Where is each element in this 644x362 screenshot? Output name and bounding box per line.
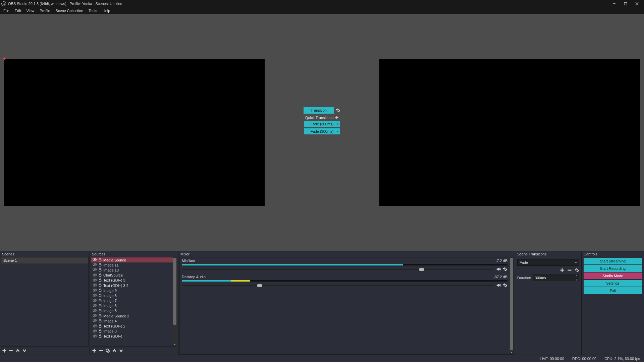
mute-speaker-icon[interactable] — [496, 267, 501, 272]
scene-row[interactable]: Scene 1 — [1, 257, 88, 264]
lock-icon[interactable] — [98, 273, 102, 278]
lock-icon[interactable] — [98, 319, 102, 323]
add-scene-icon[interactable] — [2, 348, 7, 353]
source-row[interactable]: Text (GDI+) 3 — [91, 278, 173, 283]
control-button-start-recording[interactable]: Start Recording — [584, 265, 642, 272]
mute-speaker-icon[interactable] — [496, 283, 501, 288]
edit-canvas[interactable] — [4, 59, 265, 205]
sources-list[interactable]: Media SourceImage 11Image 10ChatSourceTe… — [91, 257, 173, 346]
lock-icon[interactable] — [98, 268, 102, 272]
lock-icon[interactable] — [98, 278, 102, 283]
visibility-eye-icon[interactable] — [93, 329, 97, 334]
source-row[interactable]: Image 4 — [91, 318, 173, 323]
lock-icon[interactable] — [98, 309, 102, 313]
source-row[interactable]: Image 7 — [91, 298, 173, 303]
menu-scene-collection[interactable]: Scene Collection — [53, 8, 86, 13]
control-button-exit[interactable]: Exit — [584, 287, 642, 294]
lock-icon[interactable] — [98, 304, 102, 308]
source-row[interactable]: Text (GDI+) 3 2 — [91, 283, 173, 288]
lock-icon[interactable] — [98, 324, 102, 328]
visibility-eye-icon[interactable] — [93, 318, 97, 323]
source-row[interactable]: Image 8 — [91, 293, 173, 298]
move-source-down-icon[interactable] — [119, 348, 123, 353]
lock-icon[interactable] — [98, 329, 102, 334]
volume-slider[interactable] — [182, 267, 493, 272]
menu-file[interactable]: File — [1, 8, 12, 13]
window-minimize-button[interactable] — [608, 0, 620, 7]
remove-transition-icon[interactable] — [567, 268, 572, 273]
lock-icon[interactable] — [98, 314, 102, 318]
menu-edit[interactable]: Edit — [12, 8, 24, 13]
visibility-eye-icon[interactable] — [93, 324, 97, 329]
move-scene-down-icon[interactable] — [22, 348, 27, 353]
volume-slider[interactable] — [182, 284, 493, 288]
duration-spinbox[interactable]: 300ms — [533, 275, 579, 281]
transition-button[interactable]: Transition — [304, 107, 334, 114]
visibility-eye-icon[interactable] — [93, 262, 97, 267]
lock-icon[interactable] — [98, 299, 102, 303]
visibility-eye-icon[interactable] — [93, 283, 97, 288]
source-row[interactable]: Image 10 — [91, 267, 173, 273]
control-button-settings[interactable]: Settings — [584, 280, 642, 287]
move-source-up-icon[interactable] — [112, 348, 117, 353]
lock-icon[interactable] — [98, 263, 102, 267]
channel-settings-gear-icon[interactable] — [503, 267, 507, 272]
visibility-eye-icon[interactable] — [93, 257, 97, 262]
source-row[interactable]: Media Source 2 — [91, 313, 173, 318]
remove-scene-icon[interactable] — [9, 348, 13, 353]
quick-transition-2[interactable]: Fade (300ms) — [304, 128, 340, 134]
visibility-eye-icon[interactable] — [93, 293, 97, 298]
menu-profile[interactable]: Profile — [37, 8, 53, 13]
svg-rect-28 — [99, 290, 101, 292]
remove-source-icon[interactable] — [99, 348, 103, 353]
transition-type-dropdown[interactable]: Fade — [517, 259, 579, 266]
mixer-channel: Mic/Aux-7.2 dB — [182, 259, 507, 272]
source-row[interactable]: Image 6 — [91, 303, 173, 308]
visibility-eye-icon[interactable] — [93, 334, 97, 339]
window-close-button[interactable] — [631, 0, 643, 7]
control-button-start-streaming[interactable]: Start Streaming — [584, 258, 642, 264]
add-source-icon[interactable] — [92, 348, 97, 353]
visibility-eye-icon[interactable] — [93, 267, 97, 273]
channel-settings-gear-icon[interactable] — [503, 283, 507, 288]
source-row[interactable]: Image 3 — [91, 329, 173, 334]
lock-icon[interactable] — [98, 258, 102, 262]
source-row[interactable]: Image 5 — [91, 308, 173, 313]
svg-rect-19 — [99, 275, 101, 277]
lock-icon[interactable] — [98, 288, 102, 293]
source-label: Image 9 — [103, 289, 117, 293]
visibility-eye-icon[interactable] — [93, 298, 97, 303]
visibility-eye-icon[interactable] — [93, 308, 97, 313]
lock-icon[interactable] — [98, 334, 102, 339]
source-row[interactable]: Image 9 — [91, 288, 173, 293]
source-row[interactable]: Image 11 — [91, 262, 173, 267]
visibility-eye-icon[interactable] — [93, 278, 97, 283]
menu-tools[interactable]: Tools — [86, 8, 100, 13]
transition-settings-icon[interactable] — [575, 268, 579, 273]
menu-help[interactable]: Help — [100, 8, 113, 13]
add-transition-icon[interactable] — [560, 268, 565, 273]
lock-icon[interactable] — [98, 293, 102, 298]
visibility-eye-icon[interactable] — [93, 288, 97, 293]
menu-view[interactable]: View — [24, 8, 37, 13]
transition-settings-gear-icon[interactable] — [336, 108, 340, 113]
control-button-studio-mode[interactable]: Studio Mode — [584, 273, 642, 279]
visibility-eye-icon[interactable] — [93, 303, 97, 308]
lock-icon[interactable] — [98, 283, 102, 288]
source-row[interactable]: Media Source — [91, 257, 173, 262]
source-row[interactable]: ChatSource — [91, 273, 173, 278]
window-maximize-button[interactable] — [620, 0, 631, 7]
mixer-scrollbar[interactable] — [509, 257, 514, 354]
source-row[interactable]: Text (GDI+) — [91, 334, 173, 339]
visibility-eye-icon[interactable] — [93, 273, 97, 278]
quick-transition-1[interactable]: Fade (300ms) — [304, 121, 340, 127]
sources-scrollbar[interactable] — [173, 257, 177, 346]
add-quick-transition-icon[interactable] — [335, 116, 339, 120]
source-settings-gear-icon[interactable] — [105, 348, 110, 353]
move-scene-up-icon[interactable] — [15, 348, 20, 353]
visibility-eye-icon[interactable] — [93, 313, 97, 318]
mixer-dock: Mixer Mic/Aux-7.2 dBDesktop Audio-37.2 d… — [178, 251, 515, 355]
scenes-list[interactable]: Scene 1 — [1, 257, 89, 347]
source-row[interactable]: Text (GDI+) 2 — [91, 323, 173, 328]
edit-preview-pane[interactable] — [0, 14, 322, 251]
